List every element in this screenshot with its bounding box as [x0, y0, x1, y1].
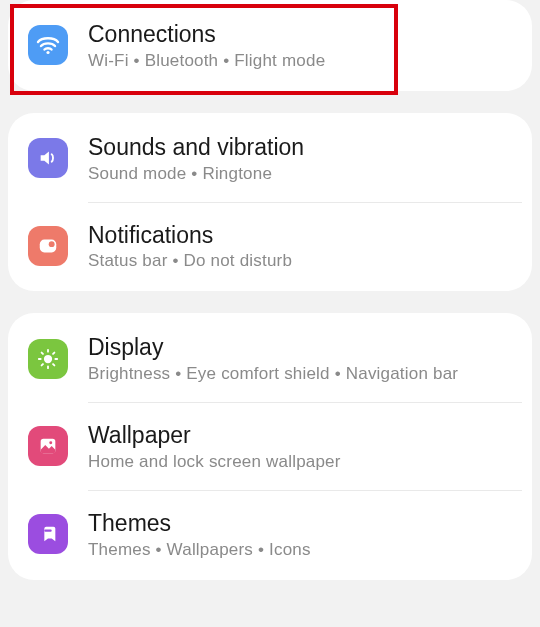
svg-point-2	[49, 241, 55, 247]
svg-line-9	[53, 364, 54, 365]
settings-item-themes[interactable]: Themes Themes • Wallpapers • Icons	[8, 491, 532, 578]
item-text: Wallpaper Home and lock screen wallpaper	[88, 421, 512, 472]
settings-group-2: Sounds and vibration Sound mode • Ringto…	[8, 113, 532, 292]
settings-group-1: Connections Wi-Fi • Bluetooth • Flight m…	[8, 0, 532, 91]
notification-icon	[28, 226, 68, 266]
item-title: Notifications	[88, 221, 512, 250]
item-subtitle: Brightness • Eye comfort shield • Naviga…	[88, 364, 512, 384]
svg-line-11	[53, 352, 54, 353]
item-subtitle: Themes • Wallpapers • Icons	[88, 540, 512, 560]
item-subtitle: Status bar • Do not disturb	[88, 251, 512, 271]
item-subtitle: Home and lock screen wallpaper	[88, 452, 512, 472]
item-text: Themes Themes • Wallpapers • Icons	[88, 509, 512, 560]
item-title: Connections	[88, 20, 512, 49]
brightness-icon	[28, 339, 68, 379]
settings-item-notifications[interactable]: Notifications Status bar • Do not distur…	[8, 203, 532, 290]
wallpaper-icon	[28, 426, 68, 466]
item-subtitle: Wi-Fi • Bluetooth • Flight mode	[88, 51, 512, 71]
settings-item-connections[interactable]: Connections Wi-Fi • Bluetooth • Flight m…	[8, 2, 532, 89]
svg-point-13	[49, 442, 52, 445]
wifi-icon	[28, 25, 68, 65]
settings-group-3: Display Brightness • Eye comfort shield …	[8, 313, 532, 579]
item-title: Display	[88, 333, 512, 362]
item-title: Themes	[88, 509, 512, 538]
svg-point-3	[44, 355, 52, 363]
item-text: Notifications Status bar • Do not distur…	[88, 221, 512, 272]
item-subtitle: Sound mode • Ringtone	[88, 164, 512, 184]
settings-item-sounds[interactable]: Sounds and vibration Sound mode • Ringto…	[8, 115, 532, 202]
item-text: Connections Wi-Fi • Bluetooth • Flight m…	[88, 20, 512, 71]
speaker-icon	[28, 138, 68, 178]
settings-item-wallpaper[interactable]: Wallpaper Home and lock screen wallpaper	[8, 403, 532, 490]
svg-point-0	[46, 51, 49, 54]
item-text: Display Brightness • Eye comfort shield …	[88, 333, 512, 384]
svg-rect-14	[44, 530, 51, 532]
item-title: Wallpaper	[88, 421, 512, 450]
settings-item-display[interactable]: Display Brightness • Eye comfort shield …	[8, 315, 532, 402]
svg-line-8	[42, 352, 43, 353]
item-title: Sounds and vibration	[88, 133, 512, 162]
svg-line-10	[42, 364, 43, 365]
themes-icon	[28, 514, 68, 554]
item-text: Sounds and vibration Sound mode • Ringto…	[88, 133, 512, 184]
